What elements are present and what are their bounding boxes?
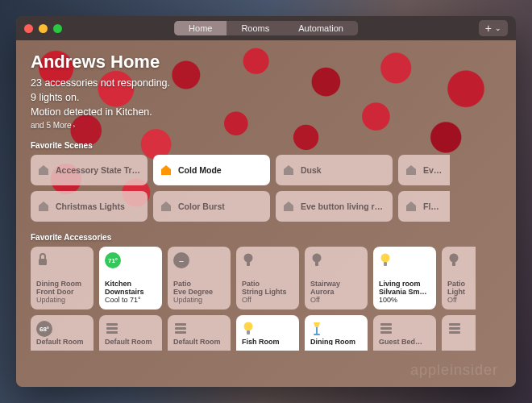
add-button[interactable]: + ⌄ [479,20,508,36]
section-accessories-label: Favorite Accessories [31,233,501,242]
svg-rect-24 [449,331,460,334]
accessory-icon: 71° [105,252,156,270]
view-tabs: Home Rooms Automation [174,21,358,35]
section-scenes-label: Favorite Scenes [31,141,501,150]
accessory-icon [242,321,293,338]
accessory-status: 100% [379,296,430,304]
svg-rect-22 [449,323,460,326]
scenes-row-1: Accessory State Trigge…Cold ModeDuskEve … [31,155,501,185]
svg-rect-2 [247,262,250,266]
svg-rect-20 [380,327,392,330]
accessory-icon: -- [173,252,225,270]
close-button[interactable] [24,24,33,33]
scene-tile[interactable]: Accessory State Trigge… [31,155,148,185]
accessory-tile[interactable]: Patio String Lights Off [236,247,299,310]
accessory-tile[interactable]: Guest Bed… [373,315,436,351]
scene-tile[interactable]: Cold Mode [153,155,270,185]
scene-label: Dusk [301,165,322,175]
svg-rect-16 [247,330,250,334]
chevron-right-icon: › [73,123,76,130]
accessory-icon [447,252,470,270]
house-icon [37,164,50,177]
scene-tile[interactable]: Eve button l… [398,155,450,185]
scene-tile[interactable]: Dusk [276,155,393,185]
accessories-row-1: Dining Room Front Door Updating71° Kitch… [31,247,501,310]
svg-rect-9 [106,323,118,326]
accessory-icon [379,321,430,338]
accessory-icon: 68° [36,321,88,338]
scene-tile[interactable]: Eve button living room li… [276,191,393,222]
titlebar: Home Rooms Automation + ⌄ [16,16,516,40]
house-icon [160,164,172,177]
accessory-room: Dining Room [310,338,362,345]
accessory-tile[interactable]: Living room Silvania Sm… 100% [373,247,436,310]
accessory-tile[interactable]: Dining Room Front Door Updating [31,247,94,310]
svg-point-3 [313,254,322,263]
scene-label: Color Burst [178,202,225,211]
accessory-name: Eve Degree [173,288,225,296]
scene-tile[interactable]: Flame [398,191,450,222]
accessory-icon [105,321,156,338]
status-more[interactable]: and 5 More› [31,121,501,130]
accessory-name: String Lights [242,288,293,296]
accessory-tile[interactable]: Stairway Aurora Off [305,247,368,310]
accessory-status: Off [310,296,362,304]
accessory-tile[interactable]: Default Room [99,315,162,351]
accessory-tile[interactable]: Dining Room [305,315,368,351]
tab-home[interactable]: Home [174,21,227,35]
accessory-status: Off [242,296,293,304]
home-title: Andrews Home [31,52,501,73]
traffic-lights [24,24,62,33]
scene-tile[interactable]: Christmas Lights [31,191,148,222]
accessory-room: Kitchen [105,280,156,288]
svg-point-1 [244,254,253,263]
status-motion: Motion detected in Kitchen. [31,105,501,119]
tab-automation[interactable]: Automation [284,21,358,35]
minimize-button[interactable] [39,24,48,33]
status-accessories: 23 accessories not responding. [31,76,501,90]
accessory-status: Updating [173,296,225,304]
svg-rect-14 [175,331,186,334]
accessory-name: Light [447,288,470,296]
accessory-icon [310,321,362,338]
app-window: Home Rooms Automation + ⌄ Andrews Home 2… [16,16,516,387]
svg-point-7 [450,254,459,263]
accessory-room: Default Room [173,338,225,345]
svg-rect-8 [452,262,455,266]
accessory-tile[interactable]: 68° Default Room [31,315,94,351]
accessory-tile[interactable]: 71° Kitchen Downstairs Cool to 71° [99,247,162,310]
scenes-row-2: Christmas LightsColor BurstEve button li… [31,191,501,222]
accessory-tile[interactable]: Patio Light Off [442,247,476,310]
house-icon [405,200,418,213]
svg-rect-0 [39,259,47,265]
accessory-room: Living room [379,280,430,288]
accessories-row-2: 68° Default Room Default Room Default Ro… [31,315,501,351]
accessory-tile[interactable]: -- Patio Eve Degree Updating [168,247,231,310]
accessory-room: Default Room [36,338,88,345]
plus-icon: + [485,22,492,35]
svg-rect-4 [315,262,318,266]
accessory-room: Patio [242,280,293,288]
accessory-icon [36,252,88,270]
status-more-label: and 5 More [31,121,72,130]
accessory-tile[interactable]: Default Room [168,315,231,351]
status-lights: 9 lights on. [31,90,501,105]
accessory-name: Silvania Sm… [379,288,430,296]
accessory-room: Patio [173,280,225,288]
house-icon [282,164,295,177]
scene-label: Accessory State Trigge… [56,165,141,175]
scene-label: Cold Mode [178,165,222,175]
tab-rooms[interactable]: Rooms [227,21,284,35]
accessory-status: Off [447,296,470,304]
scene-tile[interactable]: Color Burst [153,191,270,222]
zoom-button[interactable] [53,24,62,33]
accessory-name: Front Door [36,288,88,296]
svg-rect-23 [449,327,460,330]
main-content: Andrews Home 23 accessories not respondi… [16,40,516,387]
accessory-tile[interactable] [442,315,476,351]
accessory-tile[interactable]: Fish Room [236,315,299,351]
svg-rect-11 [106,331,118,334]
svg-rect-21 [380,331,392,334]
accessory-status: Updating [36,296,88,304]
accessory-icon [310,252,362,270]
